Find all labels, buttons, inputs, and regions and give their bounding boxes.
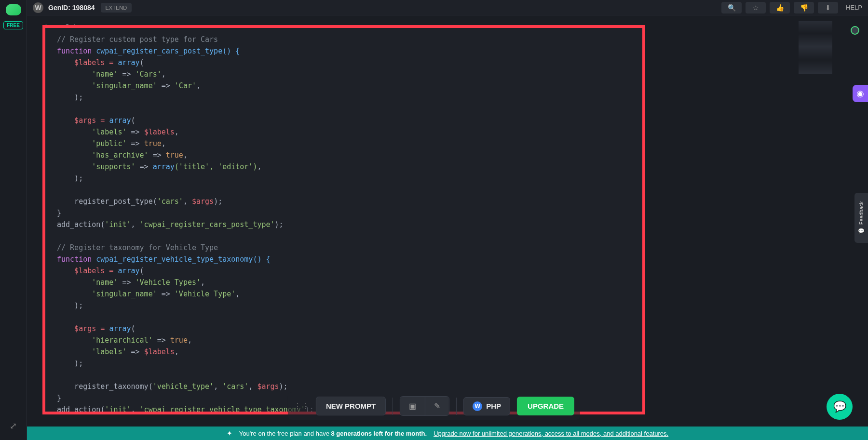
drag-handle-icon[interactable]: ⋮⋮ [294,401,309,411]
editor-area: 1 <?php // Register custom post type for… [27,15,868,427]
status-bar: ✦ You're on the free plan and have 8 gen… [27,427,868,440]
minimap[interactable] [799,21,832,74]
search-icon[interactable]: 🔍 [721,2,742,13]
code-content[interactable]: // Register custom post type for Cars fu… [57,34,642,414]
new-prompt-button[interactable]: NEW PROMPT [316,397,386,415]
chat-icon: 💬 [858,228,865,234]
star-icon[interactable]: ☆ [746,2,766,13]
extend-button[interactable]: EXTEND [101,3,132,13]
wordpress-icon: W [473,401,482,411]
language-selector[interactable]: W PHP [463,397,510,415]
sparkle-icon: ✦ [227,429,232,437]
page-title: GenID: 198084 [48,4,95,12]
feedback-label: Feedback [858,201,864,225]
wordpress-icon: W [33,2,43,13]
floating-toolbar: ⋮⋮ NEW PROMPT ▣ ✎ W PHP UPGRADE [288,392,580,420]
thumbs-up-icon[interactable]: 👍 [770,2,790,13]
top-bar: W GenID: 198084 EXTEND 🔍 ☆ 👍 👎 ⬇ HELP [27,0,868,15]
plan-badge: FREE [3,21,23,29]
console-mode-icon[interactable]: ▣ [400,397,425,415]
divider [456,398,457,415]
app-logo[interactable] [6,4,21,15]
top-bar-actions: 🔍 ☆ 👍 👎 ⬇ HELP [721,2,862,13]
help-link[interactable]: HELP [846,4,862,11]
left-rail: FREE ⤢ [0,0,27,440]
chat-fab[interactable]: 💬 [827,394,853,420]
edit-mode-icon[interactable]: ✎ [425,397,449,415]
expand-icon[interactable]: ⤢ [10,421,17,431]
upgrade-button[interactable]: UPGRADE [517,397,574,415]
presence-indicator [851,26,859,35]
download-icon[interactable]: ⬇ [818,2,838,13]
language-label: PHP [486,402,501,410]
upgrade-link[interactable]: Upgrade now for unlimited generations, a… [434,430,668,437]
thumbs-down-icon[interactable]: 👎 [794,2,814,13]
ai-assist-tab[interactable]: ◉ [853,85,868,102]
feedback-tab[interactable]: Feedback 💬 [854,193,868,243]
status-text: You're on the free plan and have 8 gener… [239,430,427,437]
code-highlight-frame: // Register custom post type for Cars fu… [42,25,645,414]
mode-toggle: ▣ ✎ [400,396,449,416]
divider [393,398,393,415]
line-gutter [27,15,41,427]
